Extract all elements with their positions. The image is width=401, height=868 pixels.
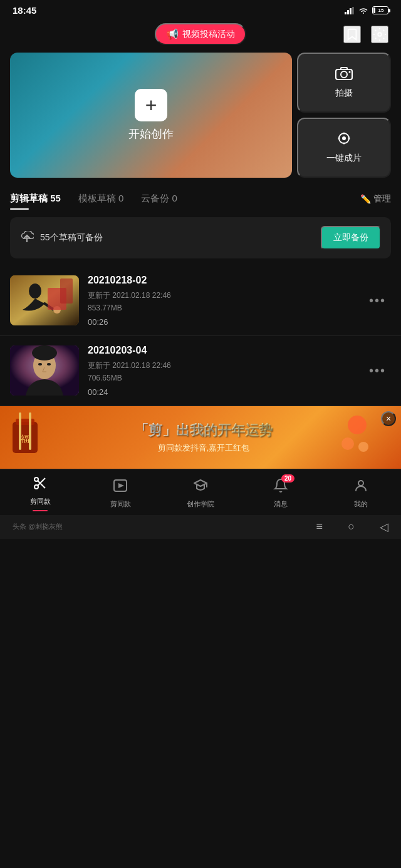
svg-rect-19 [60,278,73,304]
draft-title-2: 20210203-04 [88,345,355,356]
backup-info: 55个草稿可备份 [20,231,103,245]
manage-button[interactable]: ✏️ 管理 [360,193,391,205]
create-main-button[interactable]: + 开始创作 [10,53,292,178]
one-click-button[interactable]: 一键成片 [297,118,391,178]
promo-deco-right [338,406,376,469]
draft-duration-2: 00:24 [88,387,355,397]
create-plus-icon: + [135,89,167,121]
backup-banner: 55个草稿可备份 立即备份 [10,217,391,258]
tab-draft-edit-label: 剪辑草稿 55 [10,193,61,203]
draft-more-button-2[interactable]: ••• [364,359,391,383]
top-action-bar: 📢 视频投稿活动 [0,18,401,50]
tab-template-draft[interactable]: 模板草稿 0 [78,188,132,210]
tab-cloud-backup[interactable]: 云备份 0 [141,188,185,210]
nav-item-play[interactable]: 剪同款 [102,478,139,509]
svg-marker-37 [118,483,124,488]
signal-icon [345,7,355,14]
draft-title-1: 20210218-02 [88,275,355,286]
nav-label-academy: 创作学院 [187,499,214,509]
svg-rect-0 [345,12,346,14]
menu-icon[interactable]: ≡ [316,520,323,533]
settings-button[interactable] [371,26,388,43]
manage-label: 管理 [373,193,391,205]
status-right: 15 [345,6,388,14]
svg-point-24 [38,363,42,365]
video-submit-button[interactable]: 📢 视频投稿活动 [155,23,246,45]
nav-label-messages: 消息 [274,499,288,509]
nav-label-play: 剪同款 [110,499,131,509]
scissors-icon [33,476,48,494]
backup-text: 55个草稿可备份 [40,232,103,243]
create-side-panel: 拍摄 一键成片 [297,53,391,178]
draft-info-2: 20210203-04 更新于 2021.02.18 22:46 706.65M… [88,345,355,397]
svg-point-9 [342,136,346,140]
tab-template-label: 模板草稿 0 [78,193,124,203]
draft-item[interactable]: 20210203-04 更新于 2021.02.18 22:46 706.65M… [0,336,401,406]
backup-now-button[interactable]: 立即备份 [321,226,381,250]
play-icon [113,478,128,497]
pencil-icon: ✏️ [360,194,371,204]
bell-icon: 20 [273,478,288,497]
backup-now-label: 立即备份 [333,232,368,242]
video-submit-label: 视频投稿活动 [182,29,235,40]
home-icon[interactable]: ○ [348,520,355,533]
draft-item[interactable]: 20210218-02 更新于 2021.02.18 22:46 853.77M… [0,266,401,336]
tabs-header: 剪辑草稿 55 模板草稿 0 云备份 0 ✏️ 管理 [10,188,391,210]
promo-close-button[interactable]: × [381,411,396,426]
back-icon[interactable]: ◁ [380,520,388,534]
bottom-nav: 剪同款 剪同款 创作学院 20 [0,469,401,515]
camera-icon [335,66,353,84]
cloud-upload-icon [20,231,34,245]
one-click-label: 一键成片 [326,153,362,164]
svg-point-12 [338,138,340,140]
svg-point-4 [378,33,382,36]
system-bar: 头条 @刺挠灰熊 ≡ ○ ◁ [0,515,401,539]
tab-cloud-count: 0 [172,193,177,203]
svg-point-16 [29,283,41,299]
bookmark-button[interactable] [343,26,361,43]
svg-point-25 [47,363,51,365]
svg-point-35 [34,485,38,489]
status-bar: 18:45 15 [0,0,401,18]
nav-item-messages[interactable]: 20 消息 [262,478,299,509]
draft-list: 20210218-02 更新于 2021.02.18 22:46 853.77M… [0,266,401,406]
draft-updated-2: 更新于 2021.02.18 22:46 706.65MB [88,359,355,385]
promo-title: 「剪」出我的开年运势 [135,421,273,440]
nav-item-scissors[interactable]: 剪同款 [21,476,59,511]
nav-active-indicator [33,510,48,511]
footer-text: 头条 @刺挠灰熊 [13,522,63,531]
svg-rect-1 [347,10,349,14]
status-time: 18:45 [13,5,36,16]
nav-label-profile: 我的 [354,499,368,509]
notification-badge: 20 [281,474,294,483]
svg-point-11 [343,143,345,145]
shoot-button[interactable]: 拍摄 [297,53,391,113]
draft-thumbnail-2 [10,345,79,396]
close-icon: × [386,414,391,424]
battery-indicator: 15 [372,6,388,14]
svg-rect-2 [350,8,352,14]
svg-point-34 [34,477,38,481]
svg-point-23 [32,345,57,360]
film-icon [335,131,353,149]
svg-point-31 [348,416,367,434]
svg-point-6 [341,71,347,78]
nav-item-profile[interactable]: 我的 [342,478,380,509]
svg-point-32 [341,437,354,450]
create-main-label: 开始创作 [128,126,174,141]
wifi-icon [358,7,368,14]
promo-deco-left: 福 [0,406,50,469]
shoot-label: 拍摄 [335,88,353,99]
tab-draft-edit[interactable]: 剪辑草稿 55 [10,188,68,210]
draft-more-button-1[interactable]: ••• [364,288,391,313]
tab-template-count: 0 [118,193,123,203]
svg-point-10 [343,133,345,135]
draft-info-1: 20210218-02 更新于 2021.02.18 22:46 853.77M… [88,275,355,327]
svg-point-13 [348,138,350,140]
svg-rect-3 [352,7,354,14]
tab-cloud-label: 云备份 0 [141,193,177,203]
promo-banner[interactable]: 福 「剪」出我的开年运势 剪同款发抖音,嘉开工红包 × [0,406,401,469]
nav-item-academy[interactable]: 创作学院 [182,478,219,509]
tab-draft-edit-count: 55 [50,193,61,203]
tabs-section: 剪辑草稿 55 模板草稿 0 云备份 0 ✏️ 管理 55个草稿可备份 立即备 [0,178,401,258]
